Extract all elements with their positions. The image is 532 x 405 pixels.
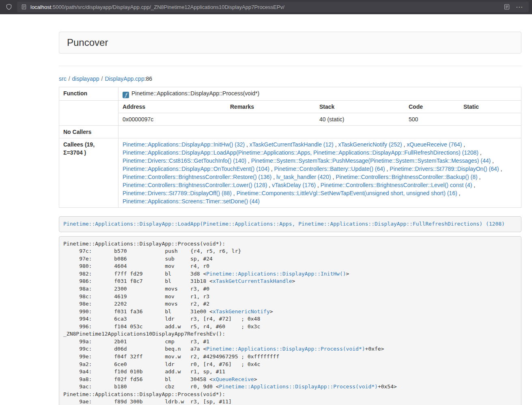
loadapp-symbol-box: Pinetime::Applications::DisplayApp::Load… xyxy=(59,216,521,232)
no-callers-label: No Callers xyxy=(59,126,118,138)
breadcrumb-line-number: :86 xyxy=(144,75,152,82)
browser-toolbar: localhost:5000/path/src/displayapp/Displ… xyxy=(0,0,532,14)
callers-cell xyxy=(118,126,521,138)
callers-row: No Callers xyxy=(59,126,521,138)
column-header-code: Code xyxy=(405,101,459,113)
url-path: :5000/path/src/displayapp/DisplayApp.cpp… xyxy=(51,4,284,10)
assembly-code: Pinetime::Applications::DisplayApp::Proc… xyxy=(59,236,521,405)
function-name: Pinetime::Applications::DisplayApp::Proc… xyxy=(131,90,259,97)
callee-link[interactable]: Pinetime::Controllers::BrightnessControl… xyxy=(123,182,267,188)
callees-list: Pinetime::Applications::DisplayApp::Init… xyxy=(118,138,521,208)
callees-label: Callees (19, Σ=3704 ) xyxy=(59,138,118,208)
callee-link[interactable]: Pinetime::Controllers::BrightnessControl… xyxy=(336,174,477,180)
column-header-static: Static xyxy=(459,101,521,113)
function-label: Function xyxy=(59,87,118,101)
asm-symbol-link[interactable]: Pinetime::Applications::DisplayApp::Proc… xyxy=(219,383,378,390)
remarks-value xyxy=(226,113,315,126)
callee-link[interactable]: xQueueReceive (764) xyxy=(407,141,462,148)
function-stats-table: Address Remarks Stack Code Static 0x0000… xyxy=(118,101,521,125)
function-row: Function ƒPinetime::Applications::Displa… xyxy=(59,87,521,101)
breadcrumb-displayapp-link[interactable]: displayapp xyxy=(72,75,99,82)
breadcrumb-file-link[interactable]: DisplayApp.cpp xyxy=(105,75,144,82)
page-content: Puncover src/displayapp/DisplayApp.cpp:8… xyxy=(59,32,521,405)
address-value: 0x0000097c xyxy=(118,113,226,126)
stats-header-row: Address Remarks Stack Code Static xyxy=(118,101,521,113)
stats-empty-label-cell xyxy=(59,101,118,126)
page-info-icon[interactable] xyxy=(21,4,27,10)
callee-link[interactable]: Pinetime::System::SystemTask::PushMessag… xyxy=(251,157,491,164)
breadcrumb-src-link[interactable]: src xyxy=(59,75,67,82)
callee-link[interactable]: Pinetime::Applications::DisplayApp::OnTo… xyxy=(123,166,269,172)
code-value: 500 xyxy=(405,113,459,126)
asm-symbol-link[interactable]: xQueueReceive xyxy=(213,376,254,382)
callee-link[interactable]: Pinetime::Controllers::BrightnessControl… xyxy=(123,174,271,180)
asm-symbol-link[interactable]: xTaskGenericNotify xyxy=(213,308,270,315)
loadapp-symbol-link[interactable]: Pinetime::Applications::DisplayApp::Load… xyxy=(63,221,505,227)
app-header-panel: Puncover xyxy=(59,32,521,54)
stack-value: 40 (static) xyxy=(315,113,405,126)
callee-link[interactable]: Pinetime::Drivers::St7789::DisplayOn() (… xyxy=(390,166,499,172)
callee-link[interactable]: Pinetime::Components::LittleVgl::SetNewT… xyxy=(237,190,457,196)
column-header-address: Address xyxy=(118,101,226,113)
column-header-stack: Stack xyxy=(315,101,405,113)
callee-link[interactable]: Pinetime::Controllers::Battery::Update()… xyxy=(274,166,385,172)
callee-link[interactable]: Pinetime::Drivers::St7789::DisplayOff() … xyxy=(123,190,232,196)
callee-link[interactable]: Pinetime::Applications::DisplayApp::Init… xyxy=(123,141,245,148)
column-header-remarks: Remarks xyxy=(226,101,315,113)
asm-symbol-link[interactable]: Pinetime::Applications::DisplayApp::Proc… xyxy=(206,346,365,352)
callees-row: Callees (19, Σ=3704 ) Pinetime::Applicat… xyxy=(59,138,521,208)
callee-link[interactable]: vTaskDelay (176) xyxy=(272,182,316,188)
static-value xyxy=(459,113,521,126)
callee-link[interactable]: Pinetime::Applications::Screens::Timer::… xyxy=(123,198,260,205)
divider xyxy=(59,66,521,66)
asm-symbol-link[interactable]: xTaskGetCurrentTaskHandle xyxy=(213,278,292,284)
breadcrumb-separator: / xyxy=(99,75,105,82)
function-table: Function ƒPinetime::Applications::Displa… xyxy=(59,87,521,208)
callee-link[interactable]: Pinetime::Drivers::Cst816S::GetTouchInfo… xyxy=(123,157,246,164)
callee-link[interactable]: lv_task_handler (420) xyxy=(276,174,331,180)
app-title: Puncover xyxy=(67,37,513,48)
callee-link[interactable]: xTaskGetCurrentTaskHandle (12) xyxy=(250,141,334,148)
url-text: localhost:5000/path/src/displayapp/Displ… xyxy=(30,4,500,10)
url-bar[interactable]: localhost:5000/path/src/displayapp/Displ… xyxy=(17,2,529,12)
callee-link[interactable]: Pinetime::Controllers::BrightnessControl… xyxy=(321,182,472,188)
breadcrumb: src/displayapp/DisplayApp.cpp:86 xyxy=(59,75,521,83)
url-host: localhost xyxy=(30,4,51,10)
stats-row: Address Remarks Stack Code Static 0x0000… xyxy=(59,101,521,126)
reader-view-icon[interactable] xyxy=(504,4,510,10)
page-actions-menu-icon[interactable]: ⋯ xyxy=(516,4,523,11)
function-icon: ƒ xyxy=(123,92,129,98)
stats-value-row: 0x0000097c 40 (static) 500 xyxy=(118,113,521,126)
callee-link[interactable]: xTaskGenericNotify (252) xyxy=(338,141,402,148)
function-name-cell: ƒPinetime::Applications::DisplayApp::Pro… xyxy=(118,87,521,101)
tracking-protection-shield-icon[interactable] xyxy=(6,4,12,10)
breadcrumb-separator: / xyxy=(67,75,72,82)
asm-symbol-link[interactable]: Pinetime::Applications::DisplayApp::Init… xyxy=(206,271,346,277)
callee-link[interactable]: Pinetime::Applications::DisplayApp::Load… xyxy=(123,149,478,156)
